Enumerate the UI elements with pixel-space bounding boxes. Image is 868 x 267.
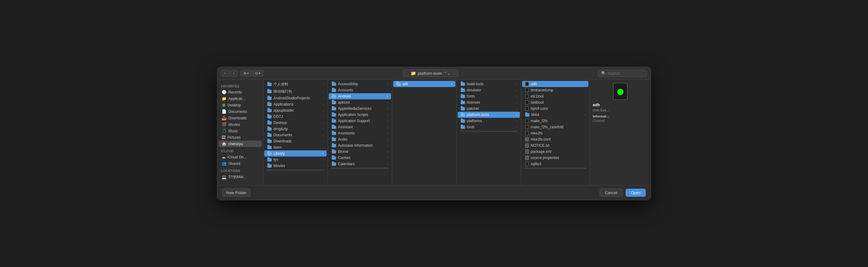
list-item[interactable]: Audio› xyxy=(329,136,391,142)
list-item[interactable]: Accessibility› xyxy=(329,81,391,87)
path-folder-name: platform-tools xyxy=(418,71,442,76)
item-name: Application Scripts xyxy=(338,113,385,117)
folder-icon xyxy=(332,82,336,86)
back-button[interactable]: ‹ xyxy=(221,70,229,77)
scrollbar[interactable] xyxy=(524,168,586,169)
list-item[interactable]: lib64› xyxy=(522,112,588,118)
list-item[interactable]: platform-tools› xyxy=(458,112,520,118)
item-name: Movies xyxy=(274,164,321,168)
footer-buttons: Cancel Open xyxy=(600,189,646,197)
list-item[interactable]: Assistants› xyxy=(329,130,391,136)
list-item[interactable]: fastboot xyxy=(522,99,588,106)
item-name: Accessibility xyxy=(338,82,385,86)
scrollbar[interactable] xyxy=(460,131,518,132)
list-item[interactable]: make_f2fs_casefold xyxy=(522,124,588,130)
list-item[interactable]: Caches› xyxy=(329,155,391,161)
list-item[interactable]: sqlite3 xyxy=(522,161,588,167)
list-item[interactable]: Application Support› xyxy=(329,118,391,124)
list-item[interactable]: AppleMediaServices› xyxy=(329,106,391,112)
sidebar-item-recents[interactable]: 🕐 Recents xyxy=(219,89,262,95)
list-item[interactable]: Autosave Information› xyxy=(329,142,391,149)
list-item[interactable]: dmg&zip› xyxy=(264,126,327,132)
scrollbar[interactable] xyxy=(331,168,389,169)
sidebar-item-shared[interactable]: 👥 Shared xyxy=(219,160,262,167)
list-item[interactable]: hprof-conv xyxy=(522,106,588,112)
list-item[interactable]: AndroidStudioProjects› xyxy=(264,95,327,101)
list-item[interactable]: Movies› xyxy=(264,163,327,169)
scrollbar[interactable] xyxy=(267,169,324,171)
list-item[interactable]: Documents› xyxy=(264,132,327,138)
item-name: adb xyxy=(531,82,585,86)
list-item[interactable]: Downloads› xyxy=(264,138,327,144)
list-item[interactable]: mke2fs.conf xyxy=(522,136,588,142)
list-item[interactable]: DDTJ› xyxy=(264,113,327,119)
preview-file-icon: ⬤ xyxy=(613,83,628,100)
sidebar-item-downloads[interactable]: 📥 Downloads xyxy=(219,115,262,121)
search-bar[interactable]: 🔍 xyxy=(598,70,647,77)
forward-button[interactable]: › xyxy=(229,70,238,77)
new-folder-button[interactable]: New Folder xyxy=(222,189,250,197)
view-buttons: ⊞ ▾ ⊟ ▾ xyxy=(241,70,264,77)
list-item[interactable]: NOTICE.txt xyxy=(522,142,588,149)
list-item[interactable]: appuploader› xyxy=(264,107,327,113)
item-name: apktool xyxy=(338,100,385,105)
search-input[interactable] xyxy=(608,71,644,76)
list-item[interactable]: sdk› xyxy=(393,81,456,87)
list-item[interactable]: tools› xyxy=(458,124,520,130)
list-item[interactable]: build-tools› xyxy=(458,81,520,87)
list-item[interactable]: Library› xyxy=(264,151,327,157)
list-item[interactable]: 个人资料› xyxy=(264,81,327,88)
shared-icon: 👥 xyxy=(222,161,226,166)
path-dropdown[interactable]: 📁 platform-tools ⌃⌄ xyxy=(403,70,458,77)
list-item[interactable]: dmtracedump xyxy=(522,87,588,93)
list-item[interactable]: apktool› xyxy=(329,99,391,106)
list-item[interactable]: make_f2fs xyxy=(522,118,588,124)
item-name: Applications xyxy=(274,102,321,106)
column-view-icon: ⊞ xyxy=(243,71,246,75)
open-button[interactable]: Open xyxy=(625,189,646,197)
list-item[interactable]: Applications› xyxy=(264,101,327,107)
list-item[interactable]: lyn› xyxy=(264,157,327,163)
sidebar-item-movies[interactable]: 🎬 Movies xyxy=(219,121,262,128)
cancel-button[interactable]: Cancel xyxy=(600,189,622,197)
folder-icon xyxy=(267,90,272,93)
list-item[interactable]: platforms› xyxy=(458,118,520,124)
list-item[interactable]: learn› xyxy=(264,144,327,151)
list-item[interactable]: etc1tool xyxy=(522,93,588,99)
folder-icon xyxy=(332,126,336,129)
list-item[interactable]: licenses› xyxy=(458,99,520,106)
list-item[interactable]: Biome› xyxy=(329,149,391,155)
list-item[interactable]: package.xml xyxy=(522,149,588,155)
item-name: Biome xyxy=(338,150,385,154)
list-item[interactable]: source.properties xyxy=(522,155,588,161)
list-item[interactable]: Calendars› xyxy=(329,161,391,167)
list-item[interactable]: fonts› xyxy=(458,93,520,99)
folder-icon xyxy=(267,109,272,112)
column-view-button[interactable]: ⊞ ▾ xyxy=(241,70,252,77)
sidebar-item-applications[interactable]: 📁 Applicati... xyxy=(219,95,262,102)
list-item[interactable]: adb xyxy=(522,81,588,87)
list-item[interactable]: patcher› xyxy=(458,106,520,112)
list-item[interactable]: Desktop› xyxy=(264,119,327,126)
list-item[interactable]: mke2fs xyxy=(522,130,588,136)
sidebar-item-icloud-drive[interactable]: ☁ iCloud Dri... xyxy=(219,154,262,160)
sidebar-item-desktop[interactable]: 🖥 Desktop xyxy=(219,102,262,108)
folder-icon xyxy=(332,101,336,104)
sidebar-item-pictures[interactable]: 🖼 Pictures xyxy=(219,134,262,140)
item-name: Autosave Information xyxy=(338,143,385,148)
sidebar-item-label: Recents xyxy=(228,90,242,95)
list-item[interactable]: Application Scripts› xyxy=(329,112,391,118)
folder-icon xyxy=(461,88,465,92)
list-item[interactable]: Assistant› xyxy=(329,124,391,130)
folder-icon xyxy=(332,138,336,141)
main-content: Favorites 🕐 Recents 📁 Applicati... 🖥 Des… xyxy=(217,80,651,185)
sidebar-item-user[interactable]: 🏠 chensiyu xyxy=(219,140,262,147)
list-item[interactable]: 移动端打包› xyxy=(264,88,327,95)
list-item[interactable]: emulator› xyxy=(458,87,520,93)
list-item[interactable]: Accounts› xyxy=(329,87,391,93)
grid-view-button[interactable]: ⊟ ▾ xyxy=(252,70,264,77)
sidebar-item-music[interactable]: 🎵 Music xyxy=(219,128,262,134)
sidebar-item-documents[interactable]: 📄 Documents xyxy=(219,108,262,115)
list-item[interactable]: Android› xyxy=(329,93,391,99)
sidebar-item-sy-mac[interactable]: 💻 SY的Mac... xyxy=(219,173,262,181)
